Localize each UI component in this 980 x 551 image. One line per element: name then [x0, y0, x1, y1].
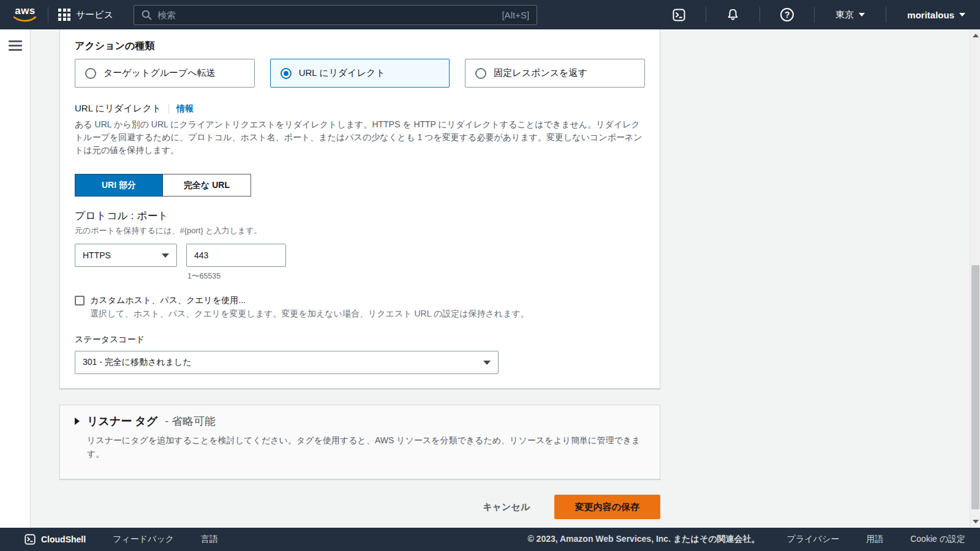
cloudshell-terminal-icon — [24, 534, 36, 545]
option-label: 固定レスポンスを返す — [494, 67, 587, 79]
scroll-up-button[interactable] — [970, 31, 980, 40]
region-selector[interactable]: 東京 — [824, 9, 876, 21]
nav-right-group: ? 東京 moritalous — [662, 7, 965, 23]
save-changes-button[interactable]: 変更内容の保存 — [554, 495, 660, 519]
notifications-button[interactable] — [716, 8, 750, 21]
listener-tags-optional: - 省略可能 — [165, 414, 216, 429]
action-type-options: ターゲットグループへ転送 URL にリダイレクト 固定レスポンスを返す — [75, 59, 645, 88]
option-label: URL にリダイレクト — [299, 67, 385, 79]
cloudshell-footer-button[interactable]: CloudShell — [24, 534, 86, 545]
chevron-down-icon — [483, 361, 491, 365]
scroll-down-button[interactable] — [970, 517, 980, 527]
search-input[interactable] — [157, 10, 496, 20]
cloudshell-button[interactable] — [662, 9, 696, 21]
toggle-uri-part[interactable]: URI 部分 — [75, 174, 163, 197]
nav-divider — [814, 7, 815, 23]
nav-divider — [706, 7, 706, 23]
cancel-button[interactable]: キャンセル — [483, 501, 530, 513]
nav-divider — [886, 7, 886, 23]
chevron-down-icon — [859, 13, 865, 17]
top-navigation: aws サービス [Alt+S] — [0, 0, 980, 29]
username-label: moritalous — [907, 10, 954, 20]
port-range-hint: 1〜65535 — [187, 271, 645, 282]
main-content: アクションの種類 ターゲットグループへ転送 URL にリダイレクト 固定レスポン… — [31, 29, 970, 528]
protocol-select[interactable]: HTTPS — [75, 244, 177, 267]
services-grid-icon — [58, 9, 70, 21]
action-type-heading: アクションの種類 — [75, 40, 645, 53]
privacy-link[interactable]: プライバシー — [787, 534, 840, 545]
rule-action-card: アクションの種類 ターゲットグループへ転送 URL にリダイレクト 固定レスポン… — [59, 23, 660, 389]
services-label: サービス — [76, 9, 113, 21]
chevron-down-icon — [162, 253, 169, 258]
checkbox-unchecked-icon[interactable] — [75, 296, 85, 305]
option-forward-to-target-group[interactable]: ターゲットグループへ転送 — [75, 59, 255, 88]
copyright-text: © 2023, Amazon Web Services, Inc. またはその関… — [527, 534, 760, 545]
expand-triangle-icon — [75, 418, 80, 425]
nav-divider — [48, 7, 48, 23]
help-button[interactable]: ? — [770, 8, 804, 21]
protocol-port-hint: 元のポートを保持するには、#{port} と入力します。 — [75, 225, 645, 236]
toggle-full-url[interactable]: 完全な URL — [163, 174, 251, 197]
redirect-section-title: URL にリダイレクト — [75, 103, 161, 114]
nav-divider — [760, 7, 760, 23]
listener-tags-description: リスナーにタグを追加することを検討してください。タグを使用すると、AWS リソー… — [87, 433, 645, 460]
option-redirect-to-url[interactable]: URL にリダイレクト — [270, 59, 450, 88]
protocol-port-row: HTTPS — [75, 244, 645, 267]
services-menu-button[interactable]: サービス — [58, 9, 113, 21]
radio-unchecked-icon — [85, 68, 96, 79]
aws-logo[interactable]: aws — [12, 6, 38, 24]
search-icon — [141, 10, 152, 20]
console-footer: CloudShell フィードバック 言語 © 2023, Amazon Web… — [0, 528, 980, 551]
cloudshell-terminal-icon — [673, 9, 685, 21]
collapsed-sidebar — [0, 29, 31, 528]
cookie-settings-link[interactable]: Cookie の設定 — [910, 534, 965, 545]
content-area: アクションの種類 ターゲットグループへ転送 URL にリダイレクト 固定レスポン… — [0, 29, 980, 528]
global-search[interactable]: [Alt+S] — [134, 5, 537, 25]
search-shortcut-hint: [Alt+S] — [502, 10, 529, 20]
footer-left-group: CloudShell フィードバック 言語 — [24, 534, 218, 545]
option-label: ターゲットグループへ転送 — [104, 67, 216, 79]
terms-link[interactable]: 用語 — [866, 534, 883, 545]
triangle-up-icon — [973, 34, 979, 37]
feedback-link[interactable]: フィードバック — [113, 534, 174, 545]
divider — [168, 104, 169, 114]
custom-host-label: カスタムホスト、パス、クエリを使用... — [90, 295, 246, 306]
footer-right-group: © 2023, Amazon Web Services, Inc. またはその関… — [527, 534, 965, 545]
status-code-value: 301 - 完全に移動されました — [83, 357, 192, 368]
listener-tags-expander[interactable]: リスナー タグ - 省略可能 — [75, 414, 645, 429]
port-input[interactable] — [186, 244, 286, 267]
custom-host-hint: 選択して、ホスト、パス、クエリを変更します。変更を加えない場合、リクエスト UR… — [90, 309, 641, 320]
radio-checked-icon — [281, 68, 292, 79]
form-actions: キャンセル 変更内容の保存 — [59, 495, 660, 519]
status-code-select[interactable]: 301 - 完全に移動されました — [75, 351, 499, 374]
cloudshell-label: CloudShell — [41, 534, 86, 544]
chevron-down-icon — [959, 13, 965, 17]
redirect-section-header: URL にリダイレクト 情報 — [75, 103, 645, 114]
listener-tags-title: リスナー タグ — [87, 414, 157, 429]
protocol-select-value: HTTPS — [83, 250, 111, 260]
aws-logo-text: aws — [15, 6, 36, 16]
status-code-label: ステータスコード — [75, 334, 645, 345]
redirect-description: ある URL から別の URL にクライアントリクエストをリダイレクトします。H… — [75, 118, 645, 157]
option-return-fixed-response[interactable]: 固定レスポンスを返す — [465, 59, 645, 88]
account-menu[interactable]: moritalous — [896, 10, 965, 20]
hamburger-menu-button[interactable] — [9, 40, 30, 51]
info-link[interactable]: 情報 — [176, 103, 194, 114]
vertical-scrollbar[interactable] — [970, 29, 980, 528]
protocol-port-label: プロトコル : ポート — [75, 209, 645, 223]
radio-unchecked-icon — [475, 68, 486, 79]
bell-icon — [726, 8, 739, 21]
region-label: 東京 — [835, 9, 854, 21]
question-circle-icon: ? — [780, 8, 794, 21]
aws-smile-icon — [13, 16, 37, 23]
listener-tags-panel: リスナー タグ - 省略可能 リスナーにタグを追加することを検討してください。タ… — [59, 405, 660, 479]
scrollbar-thumb[interactable] — [971, 265, 979, 509]
url-mode-toggle: URI 部分 完全な URL — [75, 174, 251, 197]
triangle-down-icon — [973, 520, 979, 523]
language-link[interactable]: 言語 — [201, 534, 218, 545]
custom-host-checkbox-row[interactable]: カスタムホスト、パス、クエリを使用... — [75, 295, 645, 306]
